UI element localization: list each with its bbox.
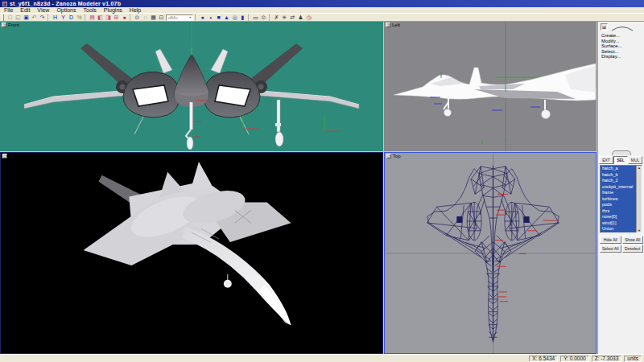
viewport-top[interactable]: ◳ Top (384, 152, 597, 354)
menu-bar: File Edit View Options Tools Plugins Hel… (0, 7, 644, 14)
select-all-button[interactable]: Select All (600, 245, 621, 253)
view-textured-icon[interactable]: ◧ (97, 14, 104, 21)
viewport-3d-label: 3D (9, 154, 15, 158)
tab-ext[interactable]: EXT (599, 156, 613, 164)
scroll-up-icon[interactable]: ▲ (638, 166, 641, 170)
snap-toggle-icon[interactable]: % (76, 14, 83, 21)
list-item[interactable]: Union (601, 226, 636, 232)
prim-cylinder-icon[interactable]: ▮ (239, 14, 246, 21)
open-file-icon[interactable]: ◱ (14, 14, 22, 21)
app-icon (2, 2, 7, 6)
hidden-mode-icon[interactable]: H (52, 14, 59, 21)
prim-box-icon[interactable]: ■ (215, 14, 222, 21)
viewport-layout-icon[interactable]: ▤ (89, 14, 96, 21)
list-item[interactable]: pods (601, 202, 636, 208)
viewport-front-label: Front (8, 23, 19, 27)
tab-sel[interactable]: SEL (613, 156, 628, 164)
status-units: units (624, 356, 642, 362)
viewport-front[interactable]: ◳ Front (0, 22, 383, 151)
rollup-icon[interactable]: ⊞ (601, 23, 608, 31)
prim-torus-icon[interactable]: ◎ (231, 14, 238, 21)
modify-tool-icon[interactable]: ✳ (281, 14, 288, 21)
tab-mul[interactable]: MUL (628, 156, 642, 164)
bones-tool-icon[interactable]: ♟ (297, 14, 304, 21)
list-item[interactable]: hatch_a (601, 166, 636, 172)
menu-tools[interactable]: Tools (84, 7, 97, 13)
list-item[interactable]: thrs (601, 208, 636, 215)
hide-all-button[interactable]: Hide All (600, 236, 621, 244)
title-bar[interactable]: st_y6f1_n8z3d - Zanoza Modeler v1.07b (0, 0, 644, 7)
list-item[interactable]: hatch_b (601, 172, 636, 179)
list-item[interactable]: nose[0] (601, 214, 636, 220)
right-sidebar: ⊞ Create... Modify... Surface... Select.… (597, 22, 644, 354)
grid-step-value: dMu (168, 15, 178, 20)
toolbar-separator (130, 14, 132, 21)
redo-icon[interactable]: ↷ (39, 14, 46, 21)
axes-toggle-icon[interactable]: ⊡ (158, 14, 165, 21)
top-view-canvas[interactable] (385, 153, 596, 353)
menu-options[interactable]: Options (56, 7, 76, 13)
viewport-left-label: Left (392, 23, 400, 27)
menu-file[interactable]: File (4, 7, 13, 13)
combo-arrow-icon[interactable]: ▾ (189, 15, 191, 19)
select-rect-icon[interactable]: ▭ (252, 14, 259, 21)
object-list: hatch_a hatch_b hatch_2 cockpit_internal… (600, 165, 642, 233)
menu-help[interactable]: Help (130, 7, 141, 13)
status-bar: X: 6.5434 Y: 0.0000 Z: -7.3033 units (0, 354, 644, 362)
list-item[interactable]: wind[1] (601, 220, 636, 227)
material-editor-icon[interactable]: ● (121, 14, 128, 21)
view-wireframe-icon[interactable]: ◨ (105, 14, 112, 21)
view-shaded-icon[interactable]: ⊞ (113, 14, 120, 21)
viewport-3d[interactable]: ◳ 3D (0, 152, 383, 354)
list-item[interactable]: hatch_2 (601, 178, 636, 184)
grid-step-combobox[interactable]: dMu ▾ (166, 14, 193, 21)
show-all-button[interactable]: Show All (622, 236, 644, 244)
mirror-tool-icon[interactable]: ⇄ (289, 14, 296, 21)
prim-cone-icon[interactable]: ▲ (223, 14, 230, 21)
panel-collapse-handle[interactable] (612, 150, 631, 155)
list-item[interactable]: frame (601, 190, 636, 196)
object-list-tabs: EXT SEL MUL (599, 156, 642, 164)
sidebar-command-menu: Create... Modify... Surface... Select...… (598, 33, 644, 60)
window-title: st_y6f1_n8z3d - Zanoza Modeler v1.07b (10, 1, 121, 6)
vertices-mode-icon[interactable]: Y (60, 14, 67, 21)
list-item[interactable]: cockpit_internal (601, 184, 636, 191)
menu-view[interactable]: View (37, 7, 49, 13)
scroll-down-icon[interactable]: ▼ (638, 228, 641, 232)
list-item[interactable]: turbines (601, 196, 636, 203)
delete-tool-icon[interactable]: ✗ (273, 14, 280, 21)
viewport-left[interactable]: ◳ Left (384, 22, 597, 151)
undo-icon[interactable]: ↶ (31, 14, 38, 21)
zoom-tool-icon[interactable]: ⊙ (134, 14, 141, 21)
deselect-button[interactable]: Deselect (622, 245, 644, 253)
viewport-maximize-icon[interactable]: ◳ (2, 154, 7, 158)
new-file-icon[interactable]: □ (6, 14, 14, 21)
perspective-view-canvas[interactable] (1, 153, 382, 353)
status-y-coordinate: Y: 0.0000 (560, 356, 588, 362)
toolbar-drag-handle[interactable] (2, 14, 4, 21)
faces-mode-icon[interactable]: D (68, 14, 75, 21)
prim-sphere-icon[interactable]: ● (199, 14, 206, 21)
viewport-maximize-icon[interactable]: ◳ (386, 23, 390, 27)
menu-edit[interactable]: Edit (20, 7, 30, 13)
toolbar-separator (248, 14, 250, 21)
status-x-coordinate: X: 6.5434 (529, 356, 558, 362)
sidebar-item-display[interactable]: Display... (598, 54, 644, 60)
timer-icon[interactable]: ◷ (305, 14, 312, 21)
list-scrollbar[interactable]: ▲ ▼ (636, 166, 642, 232)
toolbar: □ ◱ ▣ ↶ ↷ H Y D % ▤ ◧ ◨ ⊞ ● ⊙ ◌ ▦ ⊡ dMu … (0, 14, 644, 22)
grid-toggle-icon[interactable]: ▦ (150, 14, 157, 21)
menu-plugins[interactable]: Plugins (104, 7, 122, 13)
status-z-coordinate: Z: -7.3033 (592, 356, 622, 362)
toolbar-separator (269, 14, 271, 21)
left-view-canvas[interactable] (384, 22, 597, 151)
viewport-maximize-icon[interactable]: ◳ (2, 23, 6, 27)
front-view-canvas[interactable] (0, 22, 383, 151)
toolbar-separator (195, 14, 197, 21)
viewport-maximize-icon[interactable]: ◳ (386, 154, 391, 158)
prim-hemisphere-icon[interactable]: ◖ (207, 14, 214, 21)
save-icon[interactable]: ▣ (23, 14, 30, 21)
toolbar-separator (85, 14, 87, 21)
pan-tool-icon[interactable]: ◌ (142, 14, 149, 21)
select-circle-icon[interactable]: ⊙ (260, 14, 267, 21)
